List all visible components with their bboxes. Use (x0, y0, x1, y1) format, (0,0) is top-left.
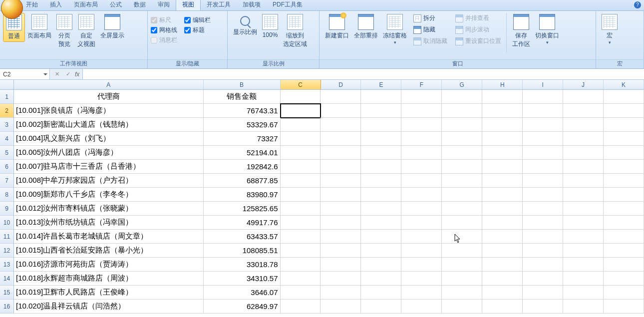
cell[interactable] (321, 132, 361, 146)
cell[interactable] (523, 216, 563, 230)
cell[interactable] (361, 244, 401, 258)
cell[interactable] (563, 146, 604, 160)
cell[interactable] (401, 244, 442, 258)
row-header[interactable]: 12 (0, 244, 14, 258)
cell[interactable] (321, 160, 361, 174)
split-button[interactable]: 拆分 (411, 13, 449, 23)
cell[interactable] (281, 104, 321, 118)
row-header[interactable]: 8 (0, 188, 14, 202)
cell[interactable] (401, 216, 442, 230)
cell[interactable]: 76743.31 (204, 104, 281, 118)
cell[interactable] (523, 244, 563, 258)
cell[interactable] (442, 160, 482, 174)
cell[interactable] (523, 286, 563, 300)
cell[interactable] (482, 272, 523, 286)
cell[interactable]: 62849.97 (204, 300, 281, 314)
cell[interactable] (321, 244, 361, 258)
row-header[interactable]: 7 (0, 174, 14, 188)
cell[interactable] (321, 230, 361, 244)
help-icon[interactable]: ? (634, 1, 641, 8)
cell[interactable] (401, 202, 442, 216)
cell[interactable] (563, 90, 604, 104)
cell[interactable] (563, 160, 604, 174)
col-header-G[interactable]: G (442, 80, 482, 89)
zoom-100-button[interactable]: 100% (260, 13, 281, 39)
cell[interactable] (281, 188, 321, 202)
cell[interactable]: [10.015]山西省长治延安路店（暴小光） (14, 244, 204, 258)
row-header[interactable]: 5 (0, 146, 14, 160)
cell[interactable] (281, 216, 321, 230)
cell[interactable] (442, 244, 482, 258)
cell[interactable] (482, 174, 523, 188)
cell[interactable] (361, 132, 401, 146)
arrange-all-button[interactable]: 全部重排 (351, 13, 380, 41)
cell[interactable] (604, 202, 644, 216)
row-header[interactable]: 2 (0, 104, 14, 118)
cell[interactable] (482, 160, 523, 174)
row-header[interactable]: 9 (0, 202, 14, 216)
cell[interactable] (482, 300, 523, 314)
cell[interactable]: [10.007]驻马店市十三香店（吕香港） (14, 160, 204, 174)
cell[interactable]: [10.001]张良镇店（冯海彦） (14, 104, 204, 118)
cell[interactable] (281, 230, 321, 244)
cell[interactable]: [10.009]新郑市八千乡店（李冬冬） (14, 188, 204, 202)
cell[interactable] (361, 230, 401, 244)
tab-formula[interactable]: 公式 (104, 0, 128, 10)
cell[interactable] (361, 272, 401, 286)
cell[interactable] (361, 118, 401, 132)
select-all-corner[interactable] (0, 80, 14, 89)
row-header[interactable]: 14 (0, 272, 14, 286)
cell[interactable] (442, 174, 482, 188)
col-header-H[interactable]: H (482, 80, 523, 89)
cell[interactable]: [10.019]卫辉市人民路店（王俊峰） (14, 286, 204, 300)
row-header[interactable]: 11 (0, 230, 14, 244)
cell[interactable] (321, 104, 361, 118)
col-header-D[interactable]: D (321, 80, 361, 89)
cell[interactable] (321, 216, 361, 230)
new-window-button[interactable]: 新建窗口 (322, 13, 351, 41)
row-header[interactable]: 6 (0, 160, 14, 174)
cell[interactable]: 33018.78 (204, 258, 281, 272)
tab-addin[interactable]: 加载项 (237, 0, 267, 10)
cell[interactable]: 125825.65 (204, 202, 281, 216)
cell[interactable]: [10.016]济源市河苑街店（贾涛涛） (14, 258, 204, 272)
cell[interactable]: 代理商 (14, 90, 204, 104)
cell[interactable] (523, 104, 563, 118)
cell[interactable]: [10.014]许昌长葛市老城镇店（周文章） (14, 230, 204, 244)
cell[interactable] (361, 90, 401, 104)
cell[interactable] (523, 230, 563, 244)
cell[interactable] (401, 300, 442, 314)
view-page-break-button[interactable]: 分页 预览 (54, 13, 75, 49)
col-header-B[interactable]: B (204, 80, 281, 89)
cell[interactable] (604, 230, 644, 244)
cell[interactable] (281, 202, 321, 216)
cell[interactable] (321, 258, 361, 272)
cell[interactable] (361, 286, 401, 300)
cell[interactable] (482, 258, 523, 272)
cell[interactable] (321, 272, 361, 286)
cell[interactable] (321, 174, 361, 188)
cell[interactable] (442, 104, 482, 118)
cell[interactable] (442, 216, 482, 230)
cell[interactable] (442, 258, 482, 272)
cell[interactable] (523, 174, 563, 188)
zoom-button[interactable]: 显示比例 (231, 13, 260, 37)
row-header[interactable]: 4 (0, 132, 14, 146)
cell[interactable] (442, 286, 482, 300)
cell[interactable] (361, 174, 401, 188)
cell[interactable] (523, 272, 563, 286)
cell[interactable] (321, 146, 361, 160)
cell[interactable] (523, 146, 563, 160)
cell[interactable] (361, 160, 401, 174)
cell[interactable] (361, 202, 401, 216)
cell[interactable] (281, 272, 321, 286)
cell[interactable] (563, 272, 604, 286)
col-header-K[interactable]: K (604, 80, 644, 89)
zoom-selection-button[interactable]: 缩放到 选定区域 (281, 13, 310, 49)
cell[interactable] (563, 244, 604, 258)
cell[interactable] (604, 174, 644, 188)
col-header-E[interactable]: E (361, 80, 401, 89)
cell[interactable] (401, 188, 442, 202)
cell[interactable] (563, 104, 604, 118)
cell[interactable] (401, 118, 442, 132)
